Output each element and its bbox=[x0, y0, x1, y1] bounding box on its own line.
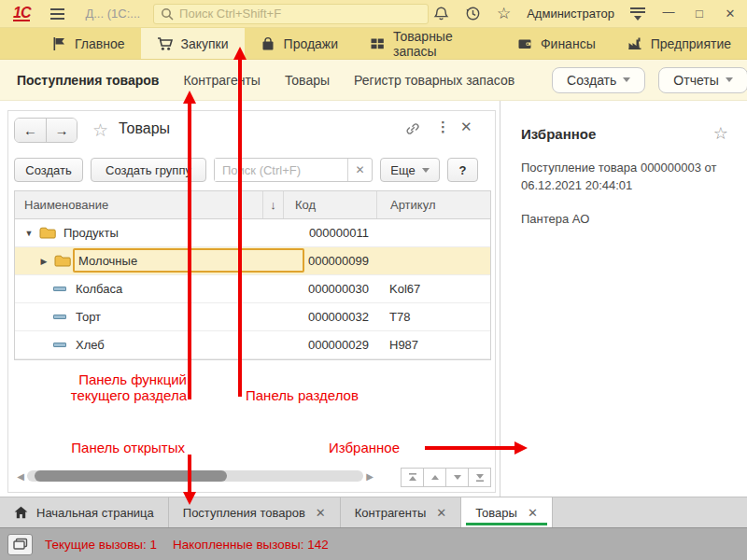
forward-button[interactable]: → bbox=[46, 119, 77, 142]
list-window-title: Товары bbox=[119, 120, 170, 137]
expand-icon[interactable]: ▶ bbox=[38, 257, 49, 266]
row-article: T78 bbox=[376, 310, 490, 324]
open-windows-panel: Начальная страница Поступления товаров ✕… bbox=[0, 497, 747, 527]
favorite-item-counterparty[interactable]: Пантера АО bbox=[521, 211, 728, 229]
notifications-bell-icon[interactable] bbox=[433, 6, 449, 21]
clear-search-icon[interactable]: ✕ bbox=[347, 159, 372, 181]
main-menu-icon[interactable] bbox=[50, 8, 64, 20]
goods-list-window: ← → ☆ Товары ⋮ ✕ Создать Создать группу … bbox=[7, 110, 496, 493]
back-button[interactable]: ← bbox=[15, 119, 46, 142]
minimize-button[interactable]: — bbox=[661, 5, 676, 19]
global-search[interactable] bbox=[153, 4, 429, 24]
tab-kontragenty[interactable]: Контрагенты ✕ bbox=[341, 497, 461, 527]
table-row[interactable]: Торт 000000032 T78 bbox=[15, 303, 490, 331]
func-link-postupleniya[interactable]: Поступления товаров bbox=[17, 73, 159, 88]
folder-icon bbox=[39, 227, 56, 239]
scroll-right-icon[interactable]: ▶ bbox=[363, 471, 376, 482]
wallet-icon bbox=[517, 36, 532, 51]
close-list-icon[interactable]: ✕ bbox=[460, 119, 472, 135]
close-tab-icon[interactable]: ✕ bbox=[316, 506, 326, 520]
table-row[interactable]: Хлеб 000000029 H987 bbox=[15, 331, 490, 359]
item-icon bbox=[53, 315, 66, 319]
1c-logo: 1С bbox=[13, 6, 30, 21]
scrollbar-track[interactable] bbox=[27, 470, 363, 482]
section-label: Закупки bbox=[181, 36, 229, 51]
global-search-input[interactable] bbox=[179, 7, 421, 21]
tab-label: Товары bbox=[475, 506, 517, 520]
go-last-button[interactable] bbox=[468, 468, 491, 487]
func-link-registr[interactable]: Регистр товарных запасов bbox=[354, 73, 514, 88]
favorite-item-document[interactable]: Поступление товара 000000003 от 06.12.20… bbox=[521, 160, 728, 195]
chevron-down-icon bbox=[422, 168, 430, 173]
row-code: 000000032 bbox=[283, 310, 376, 324]
column-article[interactable]: Артикул bbox=[376, 191, 490, 218]
scroll-left-icon[interactable]: ◀ bbox=[14, 471, 27, 482]
service-menu-icon[interactable] bbox=[630, 7, 645, 21]
section-label: Финансы bbox=[541, 36, 596, 51]
table-row-selected[interactable]: ▶ Молочные 000000099 bbox=[15, 247, 490, 275]
table-row[interactable]: Колбаса 000000030 Kol67 bbox=[15, 275, 490, 303]
user-name[interactable]: Администратор bbox=[527, 7, 614, 21]
section-tovarnye-zapasy[interactable]: Товарные запасы bbox=[354, 28, 501, 59]
create-button[interactable]: Создать bbox=[14, 158, 83, 182]
more-label: Еще bbox=[390, 163, 415, 177]
help-button[interactable]: ? bbox=[447, 158, 478, 182]
goods-table: Наименование ↓ Код Артикул ▼ Продукты 00… bbox=[14, 190, 491, 360]
list-nav-buttons bbox=[401, 468, 491, 487]
close-tab-icon[interactable]: ✕ bbox=[528, 506, 538, 520]
get-link-icon[interactable] bbox=[405, 121, 420, 139]
add-favorite-star-icon[interactable]: ☆ bbox=[92, 119, 108, 141]
maximize-button[interactable]: □ bbox=[692, 7, 707, 21]
history-icon[interactable] bbox=[465, 6, 481, 21]
row-name: Продукты bbox=[63, 226, 119, 240]
favorites-star-icon[interactable]: ☆ bbox=[497, 6, 511, 21]
create-group-button[interactable]: Создать группу bbox=[91, 158, 206, 182]
row-name: Торт bbox=[76, 310, 101, 324]
more-button[interactable]: Еще bbox=[380, 158, 440, 182]
column-name[interactable]: Наименование bbox=[15, 191, 262, 218]
tab-tovary[interactable]: Товары ✕ bbox=[461, 497, 553, 527]
create-menu-label: Создать bbox=[567, 73, 616, 88]
factory-icon bbox=[627, 36, 642, 51]
close-tab-icon[interactable]: ✕ bbox=[436, 506, 446, 520]
column-code[interactable]: Код bbox=[283, 191, 376, 218]
tab-postupleniya[interactable]: Поступления товаров ✕ bbox=[169, 497, 341, 527]
close-window-button[interactable]: ✕ bbox=[723, 7, 738, 21]
item-icon bbox=[53, 343, 66, 347]
bag-icon bbox=[261, 36, 275, 51]
performance-indicator-button[interactable] bbox=[7, 534, 33, 555]
reports-menu-button[interactable]: Отчеты bbox=[658, 67, 747, 93]
list-search[interactable]: ✕ bbox=[214, 158, 373, 182]
sort-descending-icon[interactable]: ↓ bbox=[262, 191, 283, 218]
home-icon bbox=[14, 506, 28, 519]
row-code: 000000011 bbox=[283, 226, 376, 240]
section-prodazhi[interactable]: Продажи bbox=[245, 28, 354, 59]
func-link-tovary[interactable]: Товары bbox=[285, 73, 330, 88]
history-nav: ← → bbox=[14, 118, 78, 143]
go-first-button[interactable] bbox=[401, 468, 424, 487]
section-predpriyatie[interactable]: Предприятие bbox=[612, 28, 747, 59]
create-menu-button[interactable]: Создать bbox=[552, 67, 645, 93]
section-zakupki[interactable]: Закупки bbox=[141, 28, 245, 59]
section-label: Продажи bbox=[284, 36, 338, 51]
section-glavnoe[interactable]: Главное bbox=[35, 28, 141, 59]
go-down-button[interactable] bbox=[445, 468, 469, 487]
favorites-title: Избранное bbox=[521, 126, 596, 142]
titlebar-actions: ☆ Администратор — □ ✕ bbox=[433, 6, 738, 21]
tab-label: Поступления товаров bbox=[183, 506, 305, 520]
more-kebab-icon[interactable]: ⋮ bbox=[436, 119, 450, 135]
section-finansy[interactable]: Финансы bbox=[501, 28, 612, 59]
collapse-icon[interactable]: ▼ bbox=[23, 229, 35, 238]
row-code: 000000029 bbox=[283, 338, 376, 352]
row-name: Колбаса bbox=[76, 282, 122, 296]
scrollbar-thumb[interactable] bbox=[35, 470, 227, 482]
section-label: Предприятие bbox=[651, 36, 731, 51]
list-search-input[interactable] bbox=[215, 159, 347, 181]
tab-home[interactable]: Начальная страница bbox=[0, 497, 169, 527]
func-link-kontragenty[interactable]: Контрагенты bbox=[183, 73, 260, 88]
go-up-button[interactable] bbox=[423, 468, 446, 487]
table-row[interactable]: ▼ Продукты 000000011 bbox=[15, 219, 490, 247]
horizontal-scrollbar[interactable]: ◀ ▶ bbox=[14, 468, 376, 484]
accumulated-calls-text: Накопленные вызовы: 142 bbox=[173, 538, 329, 552]
star-icon[interactable]: ☆ bbox=[713, 123, 728, 144]
